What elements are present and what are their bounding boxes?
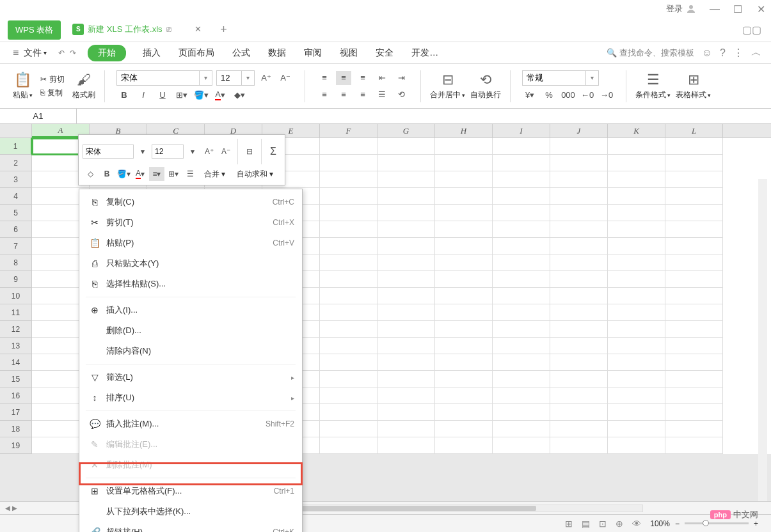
merge-button[interactable]: 合并▾ [199,169,230,180]
decrease-font-icon[interactable]: A⁻ [278,71,293,85]
row-header-12[interactable]: 12 [0,321,32,338]
font-color-button[interactable]: A▾ [212,88,228,102]
row-header-9[interactable]: 9 [0,271,32,288]
distribute-icon[interactable]: ☰ [374,88,390,102]
window-layout-icon[interactable]: ▢▢ [742,24,761,36]
tab-close-icon[interactable]: ✕ [195,24,202,34]
ctx-filter[interactable]: ▽筛选(L)▸ [79,367,302,387]
maximize-icon[interactable]: ☐ [733,4,743,14]
font-color-icon[interactable]: A▾ [132,167,148,181]
ctx-copy[interactable]: ⎘复制(C)Ctrl+C [79,192,302,212]
increase-font-icon[interactable]: A⁺ [202,145,217,159]
bold-button[interactable]: B [99,167,115,181]
ctx-dropdown-select[interactable]: 从下拉列表中选择(K)... [79,501,302,522]
decimal-decrease-icon[interactable]: →0 [599,88,614,102]
ctx-sort[interactable]: ↕排序(U)▸ [79,387,302,408]
minimize-icon[interactable]: — [710,4,720,14]
orientation-icon[interactable]: ⟲ [393,88,409,102]
more-icon[interactable]: ⋮ [733,47,743,59]
comma-icon[interactable]: 000 [560,88,576,102]
ctx-clear[interactable]: 清除内容(N) [79,341,302,361]
zoom-value[interactable]: 100% [650,519,670,528]
align-center-icon[interactable]: ≡ [336,88,351,102]
decrease-font-icon[interactable]: A⁻ [218,145,234,159]
merge-icon[interactable]: ⊟ [442,72,454,88]
zoom-thumb[interactable] [703,520,709,526]
row-header-2[interactable]: 2 [0,155,32,171]
row-header-10[interactable]: 10 [0,288,32,304]
mini-size-input[interactable] [152,145,184,159]
autosum-icon[interactable]: Σ [266,145,281,159]
row-header-15[interactable]: 15 [0,371,32,387]
document-tab[interactable]: S 新建 XLS 工作表.xls ⎚ ✕ [66,20,207,40]
row-header-18[interactable]: 18 [0,421,32,437]
zoom-slider[interactable] [685,522,749,524]
tab-review[interactable]: 审阅 [304,47,322,59]
cell-reference[interactable]: A1 [0,109,77,123]
login-button[interactable]: 登录 [666,3,697,15]
format-painter-label[interactable]: 格式刷 [72,90,95,100]
font-size-select[interactable]: ▾ [216,70,255,86]
chevron-down-icon[interactable]: ▾ [135,145,150,159]
align-left-icon[interactable]: ≡ [317,88,332,102]
number-format-select[interactable]: ▾ [522,70,614,86]
chevron-down-icon[interactable]: ▾ [185,145,200,159]
column-header-l[interactable]: L [665,124,723,137]
currency-icon[interactable]: ¥▾ [522,88,537,102]
copy-button[interactable]: ⎘ 复制 [40,88,65,98]
sheet-nav[interactable]: ◀ ▶ [0,505,22,512]
row-header-13[interactable]: 13 [0,338,32,354]
autosum-button[interactable]: 自动求和▾ [232,169,278,180]
italic-button[interactable]: I [136,88,151,102]
clear-icon[interactable]: ◇ [83,167,98,181]
eye-icon[interactable]: 👁 [632,519,641,529]
row-header-16[interactable]: 16 [0,387,32,404]
number-format-input[interactable] [522,70,586,86]
format-icon[interactable]: ☰ [182,167,198,181]
align-bottom-icon[interactable]: ≡ [355,71,370,85]
tab-developer[interactable]: 开发… [411,47,438,59]
format-painter-icon[interactable]: 🖌 [77,72,91,88]
conditional-format-icon[interactable]: ☰ [647,72,660,88]
zoom-out-icon[interactable]: − [675,519,680,528]
decimal-increase-icon[interactable]: ←0 [580,88,595,102]
select-all-corner[interactable] [0,124,32,137]
highlight-button[interactable]: ◆▾ [232,88,247,102]
font-name-select[interactable]: ▾ [116,70,212,86]
border-button[interactable]: ⊞▾ [174,88,189,102]
indent-decrease-icon[interactable]: ⇤ [374,71,390,85]
paste-icon[interactable]: 📋 [14,72,31,88]
row-header-14[interactable]: 14 [0,354,32,371]
row-header-5[interactable]: 5 [0,205,32,221]
ctx-format-cells[interactable]: ⊞设置单元格格式(F)...Ctrl+1 [79,481,302,501]
ctx-paste-special[interactable]: ⎘选择性粘贴(S)... [79,274,302,294]
merge-label[interactable]: 合并居中▾ [430,90,465,100]
row-header-11[interactable]: 11 [0,304,32,321]
tab-data[interactable]: 数据 [268,47,286,59]
view-break-icon[interactable]: ⊡ [599,519,607,529]
conditional-format-label[interactable]: 条件格式▾ [635,90,671,100]
hamburger-icon[interactable]: ≡ [13,47,19,59]
tab-view[interactable]: 视图 [340,47,358,59]
help-icon[interactable]: ? [720,47,726,59]
mini-font-input[interactable] [83,145,134,159]
undo-icon[interactable]: ↶ [58,49,65,58]
view-page-icon[interactable]: ▤ [582,519,590,529]
tab-formula[interactable]: 公式 [232,47,250,59]
row-header-8[interactable]: 8 [0,254,32,271]
hscroll-track[interactable] [278,505,643,512]
wrap-label[interactable]: 自动换行 [470,90,501,100]
row-header-1[interactable]: 1 [0,138,32,155]
column-header-i[interactable]: I [493,124,550,137]
file-menu[interactable]: 文件 ▾ [24,47,47,59]
increase-font-icon[interactable]: A⁺ [258,71,274,85]
row-header-7[interactable]: 7 [0,238,32,254]
row-header-17[interactable]: 17 [0,404,32,421]
table-style-icon[interactable]: ⊞ [688,72,699,88]
hscroll-thumb[interactable] [280,506,536,511]
bold-button[interactable]: B [116,88,132,102]
ctx-paste[interactable]: 📋粘贴(P)Ctrl+V [79,233,302,253]
close-icon[interactable]: ✕ [756,4,766,14]
ctx-delete[interactable]: 删除(D)... [79,320,302,341]
ctx-hyperlink[interactable]: 🔗超链接(H)...Ctrl+K [79,522,302,532]
